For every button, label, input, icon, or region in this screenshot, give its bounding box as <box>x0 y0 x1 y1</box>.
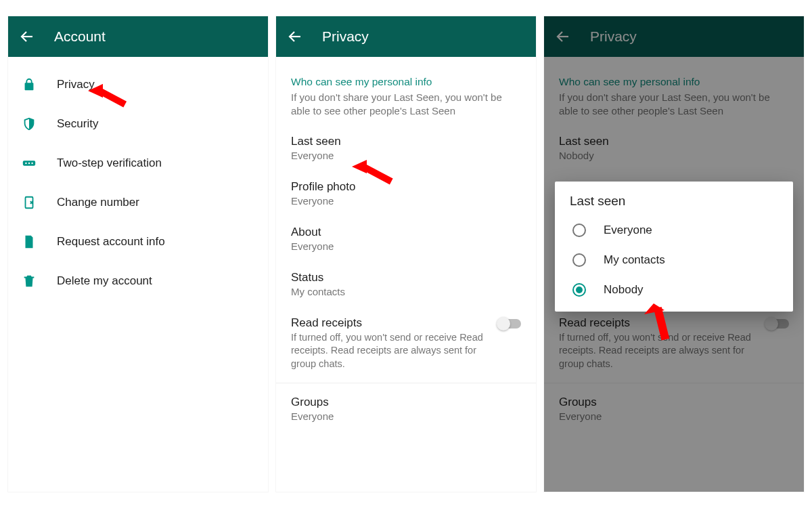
radio-option-everyone[interactable]: Everyone <box>570 215 778 245</box>
account-item-label: Change number <box>57 196 139 209</box>
account-item-label: Two-step verification <box>57 156 162 170</box>
setting-title: Status <box>291 271 521 284</box>
radio-label: Everyone <box>604 224 652 237</box>
setting-title: Profile photo <box>291 180 521 194</box>
back-arrow-icon[interactable] <box>19 28 35 45</box>
account-list: Privacy Security Two-step verification C… <box>8 57 268 492</box>
setting-title: About <box>291 226 521 239</box>
setting-title: Groups <box>291 396 521 409</box>
setting-last-seen[interactable]: Last seen Everyone <box>276 125 536 171</box>
radio-icon <box>572 224 586 237</box>
setting-profile-photo[interactable]: Profile photo Everyone <box>276 171 536 216</box>
screen-privacy: Privacy Who can see my personal info If … <box>276 16 536 492</box>
screen-account: Account Privacy Security Two-step verifi… <box>8 16 268 492</box>
setting-about[interactable]: About Everyone <box>276 216 536 261</box>
account-item-change-number[interactable]: Change number <box>8 183 268 222</box>
last-seen-dialog: Last seen Everyone My contacts Nobody <box>555 182 793 312</box>
account-item-label: Privacy <box>57 78 95 91</box>
setting-description: If turned off, you won't send or receive… <box>291 331 487 371</box>
account-item-delete[interactable]: Delete my account <box>8 261 268 301</box>
trash-icon <box>22 274 37 289</box>
setting-value: Everyone <box>291 410 521 422</box>
setting-value: Everyone <box>291 240 521 252</box>
dots-icon <box>22 156 37 171</box>
read-receipts-toggle[interactable] <box>498 319 521 329</box>
section-title: Who can see my personal info <box>276 65 536 91</box>
radio-icon <box>572 283 586 297</box>
radio-option-my-contacts[interactable]: My contacts <box>570 245 778 275</box>
section-description: If you don't share your Last Seen, you w… <box>276 91 536 125</box>
screen-privacy-dialog: Privacy Who can see my personal info If … <box>544 16 804 492</box>
divider <box>276 383 536 383</box>
app-bar: Privacy <box>276 16 536 57</box>
privacy-content: Who can see my personal info If you don'… <box>276 57 536 492</box>
sim-icon <box>22 195 37 210</box>
radio-icon <box>572 253 586 267</box>
radio-label: Nobody <box>604 283 644 297</box>
radio-option-nobody[interactable]: Nobody <box>570 275 778 305</box>
setting-value: Everyone <box>291 150 521 161</box>
setting-value: Everyone <box>291 195 521 207</box>
app-bar-title: Account <box>54 28 106 45</box>
back-arrow-icon[interactable] <box>287 28 303 45</box>
setting-value: My contacts <box>291 286 521 297</box>
setting-title: Read receipts <box>291 316 521 330</box>
svg-point-2 <box>28 163 30 164</box>
lock-icon <box>22 77 37 92</box>
account-item-label: Delete my account <box>57 274 152 288</box>
account-item-label: Request account info <box>57 235 165 249</box>
account-item-request-info[interactable]: Request account info <box>8 222 268 261</box>
dialog-title: Last seen <box>570 194 778 209</box>
svg-point-3 <box>31 163 32 164</box>
svg-point-1 <box>25 163 26 164</box>
account-item-privacy[interactable]: Privacy <box>8 65 268 104</box>
setting-status[interactable]: Status My contacts <box>276 261 536 307</box>
account-item-label: Security <box>57 117 98 131</box>
app-bar: Account <box>8 16 268 57</box>
setting-groups[interactable]: Groups Everyone <box>276 386 536 431</box>
radio-label: My contacts <box>604 253 665 267</box>
account-item-security[interactable]: Security <box>8 104 268 144</box>
shield-icon <box>22 117 37 131</box>
setting-title: Last seen <box>291 135 521 148</box>
document-icon <box>22 234 37 249</box>
account-item-two-step[interactable]: Two-step verification <box>8 144 268 183</box>
setting-read-receipts[interactable]: Read receipts If turned off, you won't s… <box>276 307 536 381</box>
app-bar-title: Privacy <box>322 28 369 45</box>
